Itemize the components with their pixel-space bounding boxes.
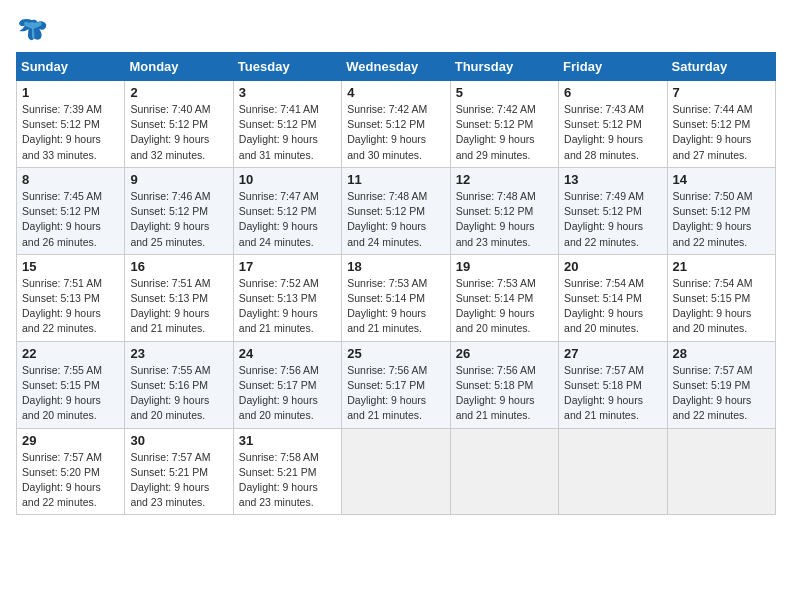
calendar-cell: 22 Sunrise: 7:55 AMSunset: 5:15 PMDaylig…	[17, 341, 125, 428]
day-number: 21	[673, 259, 770, 274]
day-number: 14	[673, 172, 770, 187]
day-number: 11	[347, 172, 444, 187]
calendar-cell: 13 Sunrise: 7:49 AMSunset: 5:12 PMDaylig…	[559, 167, 667, 254]
calendar-cell: 10 Sunrise: 7:47 AMSunset: 5:12 PMDaylig…	[233, 167, 341, 254]
calendar-cell: 17 Sunrise: 7:52 AMSunset: 5:13 PMDaylig…	[233, 254, 341, 341]
calendar-cell: 21 Sunrise: 7:54 AMSunset: 5:15 PMDaylig…	[667, 254, 775, 341]
day-info: Sunrise: 7:45 AMSunset: 5:12 PMDaylight:…	[22, 189, 119, 250]
weekday-header: Monday	[125, 53, 233, 81]
weekday-header: Thursday	[450, 53, 558, 81]
calendar-cell: 26 Sunrise: 7:56 AMSunset: 5:18 PMDaylig…	[450, 341, 558, 428]
day-info: Sunrise: 7:53 AMSunset: 5:14 PMDaylight:…	[347, 276, 444, 337]
day-number: 29	[22, 433, 119, 448]
calendar-cell: 5 Sunrise: 7:42 AMSunset: 5:12 PMDayligh…	[450, 81, 558, 168]
calendar-cell: 6 Sunrise: 7:43 AMSunset: 5:12 PMDayligh…	[559, 81, 667, 168]
calendar-week-row: 29 Sunrise: 7:57 AMSunset: 5:20 PMDaylig…	[17, 428, 776, 515]
day-number: 17	[239, 259, 336, 274]
day-info: Sunrise: 7:57 AMSunset: 5:20 PMDaylight:…	[22, 450, 119, 511]
day-number: 18	[347, 259, 444, 274]
calendar-cell: 29 Sunrise: 7:57 AMSunset: 5:20 PMDaylig…	[17, 428, 125, 515]
calendar-cell: 8 Sunrise: 7:45 AMSunset: 5:12 PMDayligh…	[17, 167, 125, 254]
day-info: Sunrise: 7:40 AMSunset: 5:12 PMDaylight:…	[130, 102, 227, 163]
day-info: Sunrise: 7:57 AMSunset: 5:21 PMDaylight:…	[130, 450, 227, 511]
day-info: Sunrise: 7:51 AMSunset: 5:13 PMDaylight:…	[22, 276, 119, 337]
logo-icon	[16, 16, 48, 44]
day-info: Sunrise: 7:54 AMSunset: 5:14 PMDaylight:…	[564, 276, 661, 337]
day-number: 5	[456, 85, 553, 100]
calendar-cell: 14 Sunrise: 7:50 AMSunset: 5:12 PMDaylig…	[667, 167, 775, 254]
calendar-cell	[559, 428, 667, 515]
day-number: 4	[347, 85, 444, 100]
day-number: 10	[239, 172, 336, 187]
day-number: 27	[564, 346, 661, 361]
calendar-cell	[667, 428, 775, 515]
day-info: Sunrise: 7:58 AMSunset: 5:21 PMDaylight:…	[239, 450, 336, 511]
day-info: Sunrise: 7:54 AMSunset: 5:15 PMDaylight:…	[673, 276, 770, 337]
day-info: Sunrise: 7:39 AMSunset: 5:12 PMDaylight:…	[22, 102, 119, 163]
day-number: 19	[456, 259, 553, 274]
day-number: 16	[130, 259, 227, 274]
day-number: 3	[239, 85, 336, 100]
calendar-cell: 2 Sunrise: 7:40 AMSunset: 5:12 PMDayligh…	[125, 81, 233, 168]
calendar-cell: 1 Sunrise: 7:39 AMSunset: 5:12 PMDayligh…	[17, 81, 125, 168]
calendar-cell	[450, 428, 558, 515]
day-number: 24	[239, 346, 336, 361]
calendar-cell: 18 Sunrise: 7:53 AMSunset: 5:14 PMDaylig…	[342, 254, 450, 341]
day-info: Sunrise: 7:42 AMSunset: 5:12 PMDaylight:…	[456, 102, 553, 163]
day-info: Sunrise: 7:50 AMSunset: 5:12 PMDaylight:…	[673, 189, 770, 250]
day-number: 28	[673, 346, 770, 361]
day-number: 1	[22, 85, 119, 100]
day-info: Sunrise: 7:41 AMSunset: 5:12 PMDaylight:…	[239, 102, 336, 163]
day-number: 23	[130, 346, 227, 361]
calendar-cell	[342, 428, 450, 515]
logo	[16, 16, 52, 44]
day-number: 30	[130, 433, 227, 448]
weekday-header: Friday	[559, 53, 667, 81]
calendar-cell: 16 Sunrise: 7:51 AMSunset: 5:13 PMDaylig…	[125, 254, 233, 341]
weekday-header: Wednesday	[342, 53, 450, 81]
day-number: 7	[673, 85, 770, 100]
calendar-header-row: SundayMondayTuesdayWednesdayThursdayFrid…	[17, 53, 776, 81]
day-number: 22	[22, 346, 119, 361]
day-number: 6	[564, 85, 661, 100]
calendar-cell: 25 Sunrise: 7:56 AMSunset: 5:17 PMDaylig…	[342, 341, 450, 428]
day-number: 13	[564, 172, 661, 187]
calendar-week-row: 1 Sunrise: 7:39 AMSunset: 5:12 PMDayligh…	[17, 81, 776, 168]
day-info: Sunrise: 7:48 AMSunset: 5:12 PMDaylight:…	[456, 189, 553, 250]
day-number: 8	[22, 172, 119, 187]
calendar-cell: 12 Sunrise: 7:48 AMSunset: 5:12 PMDaylig…	[450, 167, 558, 254]
day-info: Sunrise: 7:43 AMSunset: 5:12 PMDaylight:…	[564, 102, 661, 163]
day-info: Sunrise: 7:55 AMSunset: 5:16 PMDaylight:…	[130, 363, 227, 424]
day-number: 9	[130, 172, 227, 187]
calendar-table: SundayMondayTuesdayWednesdayThursdayFrid…	[16, 52, 776, 515]
calendar-week-row: 8 Sunrise: 7:45 AMSunset: 5:12 PMDayligh…	[17, 167, 776, 254]
calendar-cell: 19 Sunrise: 7:53 AMSunset: 5:14 PMDaylig…	[450, 254, 558, 341]
calendar-cell: 31 Sunrise: 7:58 AMSunset: 5:21 PMDaylig…	[233, 428, 341, 515]
day-info: Sunrise: 7:56 AMSunset: 5:18 PMDaylight:…	[456, 363, 553, 424]
day-info: Sunrise: 7:56 AMSunset: 5:17 PMDaylight:…	[347, 363, 444, 424]
calendar-cell: 11 Sunrise: 7:48 AMSunset: 5:12 PMDaylig…	[342, 167, 450, 254]
day-info: Sunrise: 7:51 AMSunset: 5:13 PMDaylight:…	[130, 276, 227, 337]
day-info: Sunrise: 7:46 AMSunset: 5:12 PMDaylight:…	[130, 189, 227, 250]
calendar-cell: 28 Sunrise: 7:57 AMSunset: 5:19 PMDaylig…	[667, 341, 775, 428]
day-info: Sunrise: 7:57 AMSunset: 5:19 PMDaylight:…	[673, 363, 770, 424]
day-number: 25	[347, 346, 444, 361]
day-number: 12	[456, 172, 553, 187]
calendar-cell: 7 Sunrise: 7:44 AMSunset: 5:12 PMDayligh…	[667, 81, 775, 168]
day-number: 20	[564, 259, 661, 274]
day-number: 2	[130, 85, 227, 100]
day-info: Sunrise: 7:56 AMSunset: 5:17 PMDaylight:…	[239, 363, 336, 424]
calendar-week-row: 22 Sunrise: 7:55 AMSunset: 5:15 PMDaylig…	[17, 341, 776, 428]
calendar-cell: 15 Sunrise: 7:51 AMSunset: 5:13 PMDaylig…	[17, 254, 125, 341]
weekday-header: Sunday	[17, 53, 125, 81]
calendar-cell: 9 Sunrise: 7:46 AMSunset: 5:12 PMDayligh…	[125, 167, 233, 254]
day-info: Sunrise: 7:44 AMSunset: 5:12 PMDaylight:…	[673, 102, 770, 163]
day-info: Sunrise: 7:55 AMSunset: 5:15 PMDaylight:…	[22, 363, 119, 424]
calendar-cell: 20 Sunrise: 7:54 AMSunset: 5:14 PMDaylig…	[559, 254, 667, 341]
calendar-cell: 3 Sunrise: 7:41 AMSunset: 5:12 PMDayligh…	[233, 81, 341, 168]
day-info: Sunrise: 7:52 AMSunset: 5:13 PMDaylight:…	[239, 276, 336, 337]
page-header	[16, 16, 776, 44]
day-info: Sunrise: 7:49 AMSunset: 5:12 PMDaylight:…	[564, 189, 661, 250]
calendar-cell: 23 Sunrise: 7:55 AMSunset: 5:16 PMDaylig…	[125, 341, 233, 428]
day-number: 26	[456, 346, 553, 361]
